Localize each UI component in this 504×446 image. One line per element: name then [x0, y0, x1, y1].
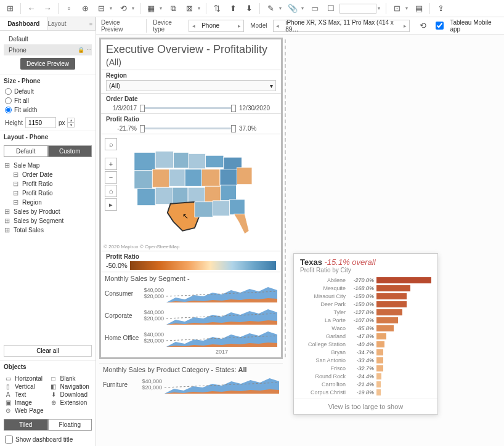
object-icon: □ — [49, 375, 58, 382]
object-item[interactable]: □Blank — [49, 375, 92, 382]
order-date-to: 12/30/2020 — [239, 105, 276, 112]
height-unit: px — [59, 120, 65, 126]
size-fitwidth-radio[interactable] — [5, 107, 12, 113]
tree-item[interactable]: ⊟Order Date — [0, 170, 96, 179]
size-section-title: Size - Phone — [0, 75, 96, 87]
svg-rect-13 — [137, 189, 155, 205]
model-select[interactable]: ◂ iPhone XR, XS Max, 11 Pro Max (414 x 8… — [273, 20, 410, 32]
segment-chart-row[interactable]: Consumer$40,000$20,000 — [105, 282, 277, 304]
map-search-button[interactable]: ⌕ — [105, 138, 117, 150]
profit-ratio-label: Profit Ratio — [106, 116, 276, 123]
model-next-icon[interactable]: ▸ — [401, 23, 409, 29]
height-input[interactable] — [25, 117, 56, 128]
map-zoom-in-button[interactable]: + — [105, 158, 117, 170]
region-filter-select[interactable]: (All)▾ — [106, 80, 276, 91]
clear-button[interactable]: ⊠ — [182, 2, 197, 15]
tree-item[interactable]: ⊞Sales by Product — [0, 207, 96, 216]
svg-marker-23 — [234, 214, 249, 233]
device-type-prev-icon[interactable]: ◂ — [189, 23, 198, 29]
fit-button[interactable]: ⊡ — [389, 2, 404, 15]
model-prev-icon[interactable]: ◂ — [274, 23, 282, 29]
mobile-app-checkbox[interactable] — [436, 22, 444, 30]
map-tooltip: Texas -15.1% overall Profit Ratio by Cit… — [293, 253, 438, 415]
cards-button[interactable]: ▤ — [412, 2, 426, 15]
save-button[interactable]: ▫ — [62, 2, 76, 15]
object-item[interactable]: ◧Navigation — [49, 383, 92, 390]
tree-item[interactable]: ⊞Sale Map — [0, 161, 96, 170]
map-pan-button[interactable]: ▸ — [105, 198, 117, 211]
datasource-button[interactable]: ⊟ — [94, 2, 108, 15]
object-item[interactable]: ⊙Web Page — [4, 407, 47, 414]
refresh-button[interactable]: ⟲ — [116, 2, 131, 15]
format-swatch[interactable] — [339, 4, 376, 14]
phone-device-label[interactable]: Phone — [4, 47, 78, 54]
new-data-button[interactable]: ⊕ — [78, 2, 92, 15]
device-type-select[interactable]: ◂ Phone ▸ — [189, 20, 244, 32]
object-item[interactable]: AText — [4, 391, 47, 398]
tab-layout[interactable]: Layout≡ — [48, 17, 96, 30]
highlight-button[interactable]: ✎ — [263, 2, 278, 15]
object-item[interactable]: ▭Horizontal — [4, 375, 47, 382]
tree-item[interactable]: ⊟Region — [0, 198, 96, 207]
region-filter-label: Region — [106, 72, 276, 79]
device-type-next-icon[interactable]: ▸ — [235, 23, 243, 29]
tab-dashboard[interactable]: Dashboard — [0, 17, 48, 30]
object-item[interactable]: ▯Vertical — [4, 383, 47, 390]
map-zoom-out-button[interactable]: − — [105, 171, 117, 184]
forward-button[interactable]: → — [40, 2, 55, 15]
new-worksheet-button[interactable]: ▦ — [144, 2, 158, 15]
height-down-button[interactable]: ▾ — [67, 123, 75, 128]
sort-asc-button[interactable]: ⬆ — [226, 2, 240, 15]
svg-rect-7 — [152, 169, 169, 187]
back-button[interactable]: ← — [24, 2, 39, 15]
sort-desc-button[interactable]: ⬇ — [242, 2, 256, 15]
tree-item[interactable]: ⊟Profit Ratio — [0, 189, 96, 198]
default-device-label[interactable]: Default — [4, 36, 92, 43]
order-date-slider[interactable] — [140, 107, 235, 109]
duplicate-button[interactable]: ⧉ — [166, 2, 181, 15]
svg-rect-14 — [155, 187, 172, 204]
height-up-button[interactable]: ▴ — [67, 118, 75, 123]
layout-menu-icon[interactable]: ≡ — [89, 21, 95, 27]
layout-custom-button[interactable]: Custom — [48, 145, 92, 157]
object-item[interactable]: ⊕Extension — [49, 399, 92, 406]
tree-item[interactable]: ⊞Sales by Segment — [0, 216, 96, 225]
phone-lock-icon[interactable]: 🔒 ⋯ — [78, 47, 92, 53]
pin-button[interactable]: 📎 — [285, 2, 300, 15]
size-default-radio[interactable] — [5, 88, 12, 95]
dashboard-subtitle: (All) — [101, 57, 281, 70]
object-item[interactable]: ⬇Download — [49, 391, 92, 398]
map-home-button[interactable]: ⌂ — [105, 185, 117, 197]
swap-button[interactable]: ⇅ — [209, 2, 224, 15]
sidebar: Dashboard Layout≡ Default Phone🔒 ⋯ Devic… — [0, 17, 96, 446]
object-item[interactable]: ▣Image — [4, 399, 47, 406]
tree-item[interactable]: ⊞Total Sales — [0, 225, 96, 235]
svg-rect-16 — [188, 187, 205, 203]
rotate-button[interactable]: ⟲ — [416, 19, 429, 33]
svg-rect-15 — [173, 187, 188, 204]
mobile-app-label: Tableau Mobile app — [450, 19, 499, 33]
tree-item[interactable]: ⊟Profit Ratio — [0, 179, 96, 189]
svg-rect-11 — [220, 169, 237, 185]
show-title-checkbox[interactable] — [5, 436, 13, 444]
segment-chart-row[interactable]: Corporate$40,000$20,000 — [105, 304, 277, 326]
clear-all-button[interactable]: Clear all — [4, 345, 92, 357]
svg-rect-22 — [230, 200, 245, 214]
labels-button[interactable]: ▭ — [307, 2, 322, 15]
object-icon: ▣ — [4, 399, 12, 406]
device-preview-button[interactable]: Device Preview — [20, 58, 75, 70]
tooltip-bar-row: Round Rock-24.4% — [300, 372, 431, 380]
objects-grid: ▭Horizontal□Blank▯Vertical◧NavigationATe… — [0, 373, 96, 416]
map-viz[interactable]: ⌕ + − ⌂ ▸ — [101, 134, 281, 251]
profit-ratio-slider[interactable] — [140, 128, 235, 129]
layout-default-button[interactable]: Default — [4, 145, 48, 157]
segment-chart-row[interactable]: Home Office$40,000$20,000 — [105, 326, 277, 349]
share-icon[interactable]: ⇪ — [433, 2, 448, 15]
object-icon: A — [4, 391, 12, 398]
svg-rect-1 — [155, 151, 173, 168]
floating-button[interactable]: Floating — [48, 419, 92, 431]
tiled-button[interactable]: Tiled — [4, 419, 48, 431]
size-fitall-radio[interactable] — [5, 97, 12, 104]
totals-button[interactable]: ☐ — [323, 2, 338, 15]
product-chart-row[interactable]: Furniture$40,000$20,000 — [103, 373, 279, 395]
